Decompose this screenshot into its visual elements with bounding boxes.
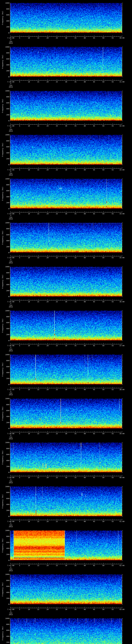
y-tick-label: 0 [0, 604, 9, 605]
x-tick-label: 5 [19, 565, 20, 566]
x-tick-label: 25 [56, 565, 58, 566]
y-tick-label: 1000 [0, 486, 9, 488]
spectrogram-panel: Frequency (Hz) 020040060080010007:33:005… [0, 176, 132, 220]
x-tick-label: 20 [46, 389, 48, 390]
x-tick-label: 10 [28, 389, 30, 390]
y-tick-label: 0 [0, 560, 9, 561]
y-tick-label: 400 [0, 240, 9, 242]
x-tick-label: 5 [19, 433, 20, 434]
x-tick-label: 20 [46, 301, 48, 302]
x-tick-label: 20 [46, 345, 48, 346]
x-tick-label: 50 [102, 257, 104, 258]
x-tick-label: 30 [65, 565, 67, 566]
x-tick-label: 45 [93, 169, 95, 171]
x-tick-label: 50 [102, 213, 104, 214]
x-tick-label: 25 [56, 169, 58, 171]
x-tick-label: 45 [93, 389, 95, 390]
y-axis-title: Frequency (Hz) [2, 582, 4, 596]
x-tick-label: 30 [65, 81, 67, 83]
x-start-time-label: 7:33:00 [7, 213, 14, 214]
x-tick-label: 45 [93, 213, 95, 214]
x-tick-label: 15 [37, 565, 39, 566]
x-end-time-label: 35:00 [119, 257, 124, 258]
x-tick-label: 35 [74, 81, 76, 83]
x-tick-label: 40 [84, 125, 86, 127]
x-tick-label: 45 [93, 345, 95, 346]
x-tick-label: 5 [19, 213, 20, 214]
y-tick-label: 1000 [0, 618, 9, 619]
x-tick-label: 15 [37, 81, 39, 83]
x-tick-label: 20 [46, 213, 48, 214]
x-tick-label: 35 [74, 345, 76, 346]
date-label: 2015 [9, 174, 13, 176]
x-tick-label: 40 [84, 389, 86, 390]
x-tick-label: 15 [37, 213, 39, 214]
x-tick-label: 5 [19, 301, 20, 302]
date-label: 2015 [9, 42, 13, 44]
x-tick-label: 10 [28, 257, 30, 258]
x-tick-label: 50 [102, 520, 104, 522]
x-tick-label: 10 [28, 433, 30, 434]
x-tick-label: 50 [102, 433, 104, 434]
y-tick-label: 200 [0, 334, 9, 336]
y-tick-label: 600 [0, 366, 9, 368]
x-tick-label: 55 [112, 213, 114, 214]
y-tick-label: 200 [0, 290, 9, 292]
x-tick-label: 50 [102, 37, 104, 39]
date-label: 2015 [9, 438, 13, 440]
y-tick-label: 800 [0, 8, 9, 10]
x-tick-label: 55 [112, 520, 114, 522]
x-tick-label: 20 [46, 477, 48, 478]
x-tick-label: 5 [19, 125, 20, 127]
x-tick-label: 5 [19, 520, 20, 522]
y-tick-label: 400 [0, 372, 9, 374]
x-tick-label: 45 [93, 520, 95, 522]
y-tick-label: 200 [0, 114, 9, 116]
y-tick-label: 1000 [0, 398, 9, 400]
x-tick-label: 25 [56, 389, 58, 390]
x-tick-label: 45 [93, 81, 95, 83]
x-tick-label: 15 [37, 389, 39, 390]
x-tick-label: 30 [65, 389, 67, 390]
y-axis-title: Frequency (Hz) [2, 626, 4, 640]
y-tick-label: 600 [0, 630, 9, 631]
x-tick-label: 5 [19, 477, 20, 478]
x-tick-label: 15 [37, 477, 39, 478]
date-label: 2015 [9, 482, 13, 484]
x-end-time-label: 36:00 [119, 301, 124, 302]
date-label: 2015 [9, 262, 13, 264]
x-tick-label: 25 [56, 81, 58, 83]
y-tick-label: 400 [0, 328, 9, 330]
x-tick-label: 40 [84, 520, 86, 522]
x-tick-label: 30 [65, 345, 67, 346]
x-tick-label: 5 [19, 257, 20, 258]
y-axis-title: Frequency (Hz) [2, 99, 4, 113]
x-tick-label: 35 [74, 169, 76, 171]
x-tick-label: 40 [84, 565, 86, 566]
x-tick-label: 55 [112, 257, 114, 258]
x-tick-label: 10 [28, 565, 30, 566]
y-tick-label: 200 [0, 598, 9, 599]
x-tick-label: 25 [56, 520, 58, 522]
x-tick-label: 40 [84, 81, 86, 83]
x-tick-label: 30 [65, 433, 67, 434]
x-tick-label: 20 [46, 125, 48, 127]
x-tick-label: 30 [65, 301, 67, 302]
x-tick-label: 40 [84, 345, 86, 346]
x-tick-label: 35 [74, 608, 76, 610]
x-tick-label: 30 [65, 520, 67, 522]
x-end-time-label: 31:00 [119, 81, 124, 83]
x-tick-label: 40 [84, 169, 86, 171]
date-label: 2015 [9, 350, 13, 352]
y-tick-label: 200 [0, 554, 9, 555]
y-tick-label: 800 [0, 580, 9, 581]
x-tick-label: 45 [93, 257, 95, 258]
spectrogram-panel: Frequency (Hz) 020040060080010007:32:005… [0, 132, 132, 176]
date-label: 2015 [9, 306, 13, 308]
x-tick-label: 55 [112, 389, 114, 390]
x-tick-label: 40 [84, 433, 86, 434]
y-tick-label: 0 [0, 120, 9, 122]
x-tick-label: 15 [37, 433, 39, 434]
y-tick-label: 0 [0, 208, 9, 210]
y-axis-title: Frequency (Hz) [2, 55, 4, 69]
